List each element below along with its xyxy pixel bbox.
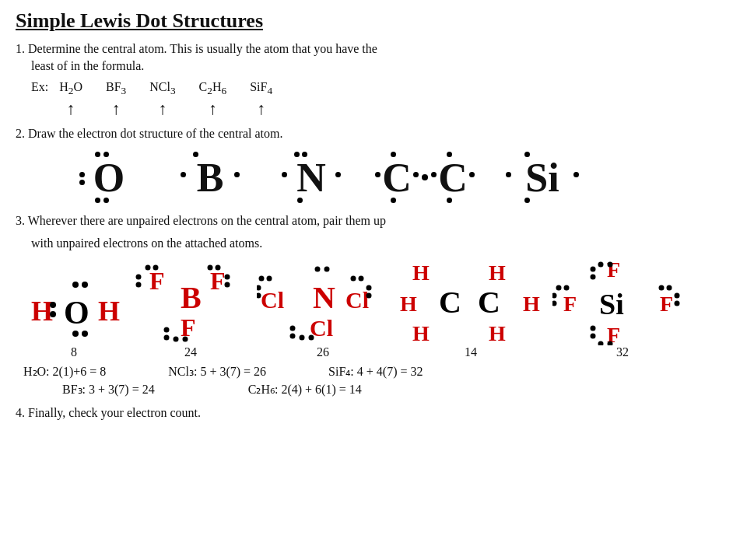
arrow-c2h6: ↑ xyxy=(209,99,217,119)
svg-text:Cl: Cl xyxy=(261,287,284,313)
atom-B: B xyxy=(179,150,241,205)
svg-text:H: H xyxy=(489,261,506,285)
svg-text:N: N xyxy=(313,280,335,315)
svg-point-14 xyxy=(136,282,142,288)
svg-point-33 xyxy=(259,276,265,282)
lewis-h2o-svg: H O H xyxy=(23,275,124,345)
svg-point-58 xyxy=(591,267,596,272)
svg-point-36 xyxy=(366,293,372,299)
eq-h2o: H₂O: 2(1)+6 = 8 xyxy=(23,364,106,379)
atom-N: N xyxy=(280,150,342,205)
formula-ncl3-label: NCl3 xyxy=(149,80,175,97)
svg-text:O: O xyxy=(64,295,89,331)
count-ncl3: 26 xyxy=(317,345,329,359)
lewis-ncl3-svg: Cl N Cl Cl xyxy=(257,260,389,345)
arrow-h2o: ↑ xyxy=(67,99,75,119)
svg-point-60 xyxy=(552,293,557,299)
molecule-c2h6: H H H C C H H H 14 xyxy=(397,260,545,359)
svg-point-5 xyxy=(72,331,79,337)
svg-point-29 xyxy=(315,267,321,272)
count-c2h6: 14 xyxy=(465,345,477,359)
svg-point-57 xyxy=(608,262,613,268)
svg-point-65 xyxy=(675,301,680,306)
count-bf3: 24 xyxy=(184,345,197,359)
formula-c2h6-label: C2H6 xyxy=(199,80,227,97)
formula-c2h6: C2H6 ↑ xyxy=(199,80,227,119)
svg-point-61 xyxy=(552,301,557,306)
svg-point-62 xyxy=(556,285,562,291)
equations-area: H₂O: 2(1)+6 = 8 NCl₃: 5 + 3(7) = 26 SiF₄… xyxy=(16,364,731,397)
svg-point-68 xyxy=(598,341,604,346)
formula-h2o-label: H2O xyxy=(59,80,82,97)
svg-text:H: H xyxy=(412,321,430,345)
svg-point-41 xyxy=(290,326,296,331)
atom-C2: C xyxy=(430,150,476,205)
formula-bf3-label: BF3 xyxy=(106,80,126,97)
svg-point-40 xyxy=(309,335,314,341)
lewis-structures-row: H O H 8 F B F F xyxy=(23,260,731,359)
step2-text: 2. Draw the electron dot structure of th… xyxy=(16,125,731,142)
svg-point-37 xyxy=(351,276,356,282)
svg-point-39 xyxy=(300,335,305,341)
svg-text:F: F xyxy=(149,267,165,295)
atom-C1: C xyxy=(374,150,420,205)
svg-point-22 xyxy=(183,337,188,342)
eq-ncl3: NCl₃: 5 + 3(7) = 26 xyxy=(168,364,266,379)
svg-point-19 xyxy=(208,265,213,271)
svg-point-18 xyxy=(225,282,230,288)
svg-point-59 xyxy=(591,275,596,280)
svg-point-38 xyxy=(359,276,364,282)
molecule-h2o: H O H 8 xyxy=(23,275,124,359)
lewis-bf3-svg: F B F F xyxy=(132,260,249,345)
svg-text:H: H xyxy=(489,321,506,345)
formula-h2o: H2O ↑ xyxy=(59,80,82,119)
svg-point-56 xyxy=(598,262,604,268)
atom-CC: C C xyxy=(374,150,476,205)
svg-point-3 xyxy=(72,282,79,288)
svg-text:Si: Si xyxy=(599,288,624,320)
svg-point-42 xyxy=(290,334,296,339)
svg-point-4 xyxy=(82,282,88,288)
svg-point-66 xyxy=(659,285,665,291)
svg-point-30 xyxy=(324,267,330,272)
svg-point-34 xyxy=(267,276,272,282)
svg-point-35 xyxy=(366,285,372,291)
molecule-sif4: F F Si F F xyxy=(552,260,693,359)
svg-point-6 xyxy=(82,331,88,337)
atom-O: O xyxy=(78,150,140,205)
svg-text:C: C xyxy=(478,285,500,320)
lewis-sif4-svg: F F Si F F xyxy=(552,260,693,345)
svg-point-24 xyxy=(164,335,170,341)
arrow-ncl3: ↑ xyxy=(158,99,167,119)
atom-Si: Si xyxy=(507,150,577,205)
lewis-c2h6-svg: H H H C C H H H xyxy=(397,260,545,345)
formula-ncl3: NCl3 ↑ xyxy=(149,80,175,119)
svg-point-16 xyxy=(153,265,159,271)
eq-sif4: SiF₄: 4 + 4(7) = 32 xyxy=(328,364,423,379)
formula-bf3: BF3 ↑ xyxy=(106,80,126,119)
svg-text:H: H xyxy=(400,292,417,316)
svg-text:H: H xyxy=(31,296,53,327)
svg-text:B: B xyxy=(181,280,202,315)
step3-text2: with unpaired electrons on the attached … xyxy=(31,235,731,252)
eq-c2h6: C₂H₆: 2(4) + 6(1) = 14 xyxy=(248,382,362,397)
svg-point-67 xyxy=(667,285,672,291)
svg-point-15 xyxy=(146,265,151,271)
dot-atoms-row: O B N C C xyxy=(78,150,731,205)
svg-point-21 xyxy=(174,337,179,342)
equations-row1: H₂O: 2(1)+6 = 8 NCl₃: 5 + 3(7) = 26 SiF₄… xyxy=(23,364,731,379)
formula-sif4: SiF4 ↑ xyxy=(250,80,272,119)
svg-text:F: F xyxy=(660,292,673,316)
eq-bf3: BF₃: 3 + 3(7) = 24 xyxy=(62,382,155,397)
step3-text1: 3. Wherever there are unpaired electrons… xyxy=(16,212,731,229)
svg-point-70 xyxy=(591,326,596,331)
formula-sif4-label: SiF4 xyxy=(250,80,272,97)
svg-point-63 xyxy=(564,285,570,291)
step1-text: 1. Determine the central atom. This is u… xyxy=(16,40,731,75)
arrow-sif4: ↑ xyxy=(257,99,265,119)
arrow-bf3: ↑ xyxy=(112,99,121,119)
svg-point-7 xyxy=(50,302,56,308)
svg-text:F: F xyxy=(210,267,226,295)
svg-point-20 xyxy=(216,265,221,271)
step4-text: 4. Finally, check your electron count. xyxy=(16,404,731,422)
